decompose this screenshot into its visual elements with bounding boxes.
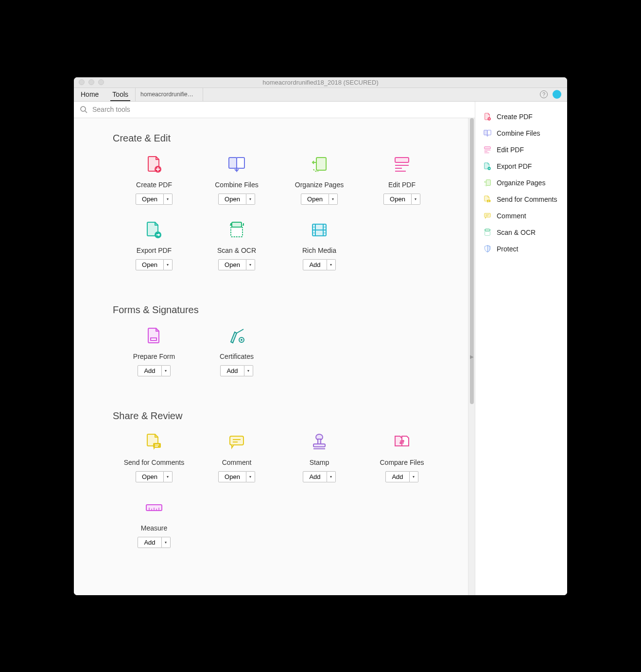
tool-card-compare-files[interactable]: Compare FilesAdd▾ [361, 431, 443, 482]
scan-ocr-dropdown-button[interactable]: ▾ [246, 259, 255, 270]
export-pdf-dropdown-button[interactable]: ▾ [164, 259, 173, 270]
sidebar-item-label: Comment [497, 212, 526, 220]
comment-action-button[interactable]: Open [218, 471, 246, 482]
comment-dropdown-button[interactable]: ▾ [246, 471, 255, 482]
tool-card-create-pdf[interactable]: Create PDFOpen▾ [113, 154, 195, 205]
sidebar-item-label: Send for Comments [497, 195, 557, 203]
tool-card-certificates[interactable]: CertificatesAdd▾ [195, 325, 278, 376]
scan-ocr-action-button[interactable]: Open [218, 259, 246, 270]
prepare-form-icon [143, 325, 165, 347]
tool-card-organize-pages[interactable]: Organize PagesOpen▾ [278, 154, 361, 205]
sidebar-item-export-pdf[interactable]: Export PDF [478, 158, 564, 175]
create-pdf-action-button[interactable]: Open [136, 194, 164, 205]
measure-action-button[interactable]: Add [138, 537, 161, 548]
tool-label: Organize Pages [295, 181, 344, 189]
tool-label: Scan & OCR [217, 247, 256, 254]
tab-tools[interactable]: Tools [105, 88, 135, 101]
close-window-button[interactable] [79, 79, 85, 85]
send-for-comments-icon [483, 195, 492, 204]
scan-ocr-icon [483, 228, 492, 237]
combine-files-dropdown-button[interactable]: ▾ [246, 194, 255, 205]
sidebar-item-send-for-comments[interactable]: Send for Comments [478, 191, 564, 208]
sidebar-item-combine-files[interactable]: Combine Files [478, 125, 564, 141]
organize-pages-icon [309, 154, 330, 175]
sidebar-item-organize-pages[interactable]: Organize Pages [478, 175, 564, 191]
svg-rect-27 [230, 436, 243, 445]
help-icon[interactable]: ? [540, 90, 548, 98]
svg-rect-43 [485, 146, 491, 149]
svg-rect-32 [313, 444, 325, 447]
svg-rect-56 [485, 229, 490, 231]
sidebar-item-comment[interactable]: Comment [478, 208, 564, 224]
panel-expand-handle[interactable]: ▶ [468, 350, 475, 363]
svg-point-0 [81, 106, 86, 111]
search-input[interactable] [92, 106, 469, 113]
tool-label: Combine Files [215, 181, 258, 189]
tool-card-stamp[interactable]: StampAdd▾ [278, 431, 361, 482]
maximize-window-button[interactable] [98, 79, 104, 85]
tool-card-comment[interactable]: CommentOpen▾ [195, 431, 278, 482]
tool-label: Export PDF [137, 247, 172, 254]
stamp-action-button[interactable]: Add [303, 471, 327, 482]
send-for-comments-action-button[interactable]: Open [136, 471, 164, 482]
minimize-window-button[interactable] [88, 79, 94, 85]
organize-pages-dropdown-button[interactable]: ▾ [329, 194, 338, 205]
prepare-form-dropdown-button[interactable]: ▾ [162, 365, 171, 376]
tools-content: Create & EditCreate PDFOpen▾Combine File… [74, 118, 468, 595]
compare-files-dropdown-button[interactable]: ▾ [410, 471, 418, 482]
tool-card-scan-ocr[interactable]: Scan & OCROpen▾ [195, 219, 278, 270]
tool-grid: Prepare FormAdd▾CertificatesAdd▾ [113, 325, 458, 391]
send-for-comments-dropdown-button[interactable]: ▾ [164, 471, 173, 482]
svg-rect-31 [318, 439, 321, 444]
tool-card-export-pdf[interactable]: Export PDFOpen▾ [113, 219, 195, 270]
tool-label: Compare Files [380, 459, 424, 466]
svg-rect-3 [229, 158, 237, 168]
svg-rect-41 [484, 130, 487, 135]
send-for-comments-icon [143, 431, 165, 453]
stamp-dropdown-button[interactable]: ▾ [327, 471, 336, 482]
rich-media-icon [309, 219, 330, 241]
titlebar: homeacrordrunified18_2018 (SECURED) [74, 77, 567, 88]
combine-files-action-button[interactable]: Open [218, 194, 246, 205]
create-pdf-icon [143, 154, 165, 175]
scan-ocr-icon [226, 219, 247, 241]
tab-home[interactable]: Home [74, 88, 105, 101]
organize-pages-action-button[interactable]: Open [301, 194, 329, 205]
combine-files-icon [483, 129, 492, 138]
edit-pdf-action-button[interactable]: Open [383, 194, 412, 205]
tool-card-prepare-form[interactable]: Prepare FormAdd▾ [113, 325, 195, 376]
tool-card-rich-media[interactable]: Rich MediaAdd▾ [278, 219, 361, 270]
comment-icon [483, 212, 492, 220]
measure-dropdown-button[interactable]: ▾ [162, 537, 171, 548]
sidebar-item-scan-ocr[interactable]: Scan & OCR [478, 224, 564, 241]
sidebar-item-edit-pdf[interactable]: Edit PDF [478, 141, 564, 158]
combine-files-icon [226, 154, 247, 175]
comment-icon [226, 431, 247, 453]
tool-card-edit-pdf[interactable]: Edit PDFOpen▾ [361, 154, 443, 205]
sidebar-item-create-pdf[interactable]: Create PDF [478, 108, 564, 125]
export-pdf-icon [143, 219, 165, 241]
certificates-action-button[interactable]: Add [220, 365, 244, 376]
svg-rect-11 [231, 227, 243, 237]
section-title: Forms & Signatures [113, 304, 458, 316]
rich-media-dropdown-button[interactable]: ▾ [327, 259, 336, 270]
protect-icon [483, 245, 492, 253]
tool-label: Certificates [220, 353, 254, 360]
tool-card-send-for-comments[interactable]: Send for CommentsOpen▾ [113, 431, 195, 482]
edit-pdf-dropdown-button[interactable]: ▾ [412, 194, 420, 205]
avatar[interactable] [553, 90, 561, 99]
tool-card-combine-files[interactable]: Combine FilesOpen▾ [195, 154, 278, 205]
traffic-lights [79, 79, 104, 85]
rich-media-action-button[interactable]: Add [303, 259, 327, 270]
certificates-dropdown-button[interactable]: ▾ [244, 365, 253, 376]
sidebar: Create PDFCombine FilesEdit PDFExport PD… [475, 102, 567, 595]
scrollbar[interactable]: ▶ [468, 118, 475, 595]
tool-card-measure[interactable]: MeasureAdd▾ [113, 497, 195, 548]
export-pdf-action-button[interactable]: Open [136, 259, 164, 270]
sidebar-item-protect[interactable]: Protect [478, 241, 564, 257]
prepare-form-action-button[interactable]: Add [138, 365, 161, 376]
create-pdf-dropdown-button[interactable]: ▾ [164, 194, 173, 205]
tab-document[interactable]: homeacrordrunifie… [135, 88, 203, 101]
compare-files-action-button[interactable]: Add [385, 471, 409, 482]
section-title: Share & Review [113, 410, 458, 422]
